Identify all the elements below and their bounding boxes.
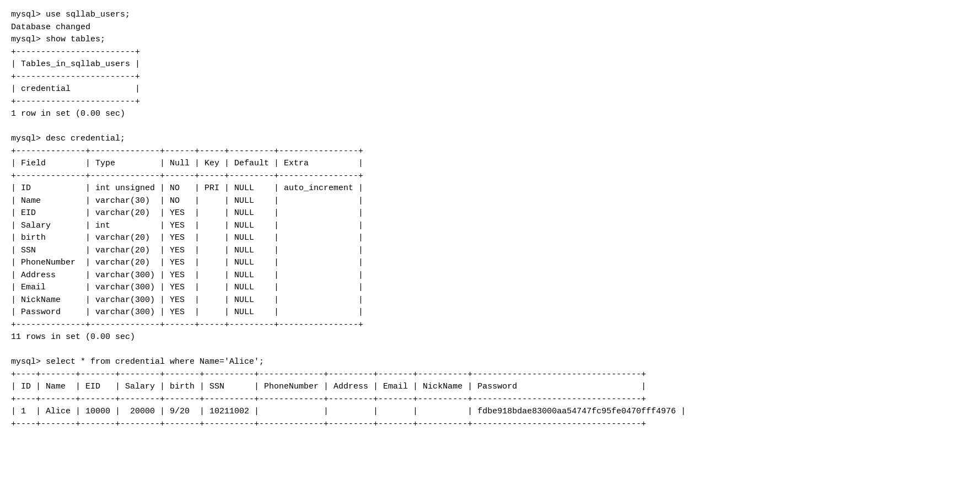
terminal-output: mysql> use sqllab_users; Database change… [11, 9, 969, 430]
